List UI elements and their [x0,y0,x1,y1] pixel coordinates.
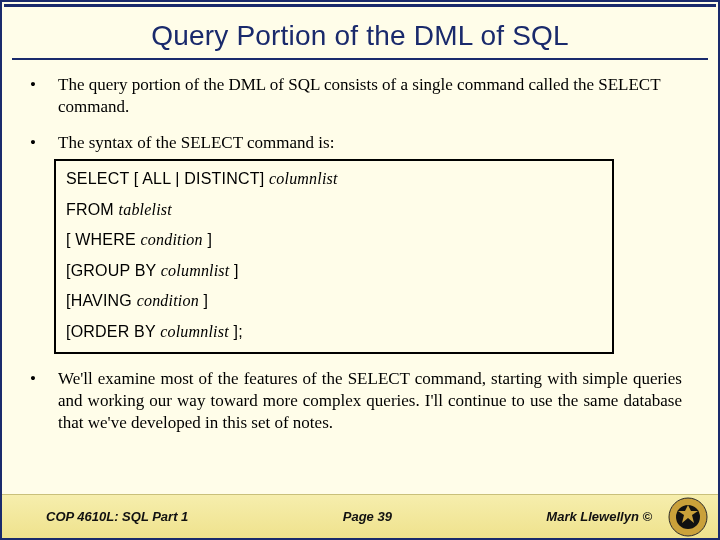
syntax-keyword: ] [203,231,212,248]
syntax-keyword: ] [199,292,208,309]
top-rule [4,4,716,7]
syntax-line: FROM tablelist [66,200,602,220]
footer: COP 4610L: SQL Part 1 Page 39 Mark Llewe… [2,494,718,538]
syntax-line: [ORDER BY columnlist ]; [66,322,602,342]
syntax-keyword: [GROUP BY [66,262,161,279]
bullet-item: We'll examine most of the features of th… [58,368,682,433]
slide-title: Query Portion of the DML of SQL [2,20,718,52]
bullet-item: The query portion of the DML of SQL cons… [58,74,682,118]
syntax-keyword: [HAVING [66,292,137,309]
syntax-ident: condition [137,292,199,309]
syntax-keyword: ] [229,262,238,279]
ucf-logo-icon [668,497,708,537]
footer-author: Mark Llewellyn © [546,509,652,524]
bullet-text: The syntax of the SELECT command is: [58,133,334,152]
syntax-line: [HAVING condition ] [66,291,602,311]
syntax-line: [ WHERE condition ] [66,230,602,250]
bullet-text: We'll examine most of the features of th… [58,369,682,432]
bullet-list: The query portion of the DML of SQL cons… [58,74,682,433]
footer-course: COP 4610L: SQL Part 1 [46,509,188,524]
syntax-keyword: [ WHERE [66,231,141,248]
syntax-ident: columnlist [160,323,229,340]
syntax-line: [GROUP BY columnlist ] [66,261,602,281]
syntax-keyword: [ORDER BY [66,323,160,340]
slide: Query Portion of the DML of SQL The quer… [0,0,720,540]
bullet-item: The syntax of the SELECT command is: SEL… [58,132,682,355]
syntax-box: SELECT [ ALL | DISTINCT] columnlist FROM… [54,159,614,354]
syntax-line: SELECT [ ALL | DISTINCT] columnlist [66,169,602,189]
syntax-keyword: SELECT [ ALL | DISTINCT] [66,170,269,187]
syntax-keyword: FROM [66,201,119,218]
syntax-keyword: ]; [229,323,243,340]
bullet-text: The query portion of the DML of SQL cons… [58,75,660,116]
syntax-ident: columnlist [161,262,230,279]
syntax-ident: tablelist [119,201,172,218]
syntax-ident: columnlist [269,170,338,187]
footer-page: Page 39 [343,509,392,524]
slide-body: The query portion of the DML of SQL cons… [2,74,718,494]
syntax-ident: condition [141,231,203,248]
title-rule [12,58,708,60]
